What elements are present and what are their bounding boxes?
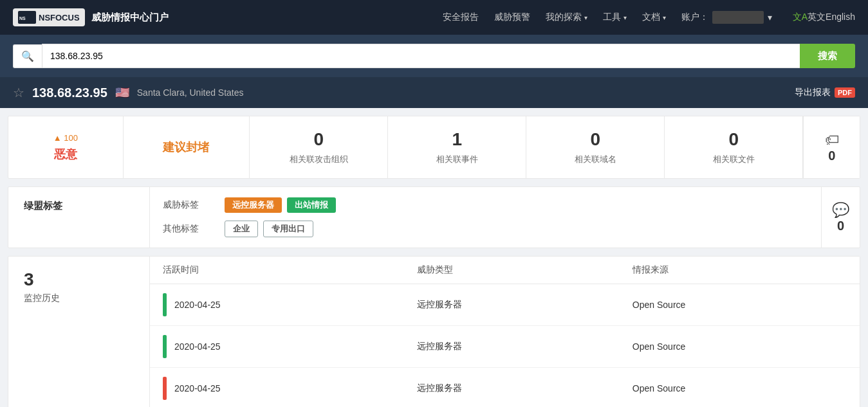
export-label: 导出报表 — [795, 87, 831, 98]
ip-address: 138.68.23.95 — [32, 86, 107, 100]
logo-box: NS NSFOCUS — [13, 8, 85, 26]
date-cell-0: 2020-04-25 — [150, 284, 404, 326]
ip-location: Santa Clara, United States — [137, 87, 244, 98]
tags-main: 威胁标签 远控服务器 出站情报 其他标签 企业 专用出口 — [150, 187, 821, 248]
warning-icon: ▲ 100 — [53, 133, 78, 143]
stat-related-domains: 0 相关联域名 — [526, 116, 665, 178]
stat-blocked: 建议封堵 — [124, 116, 250, 178]
ip-header-left: ☆ 138.68.23.95 🇺🇸 Santa Clara, United St… — [13, 85, 244, 100]
table-row: 2020-04-25 远控服务器 Open Source — [150, 326, 860, 368]
tag-remote-control[interactable]: 远控服务器 — [225, 197, 282, 213]
stats-row: ▲ 100 恶意 建议封堵 0 相关联攻击组织 1 相关联事件 0 相关联域名 … — [8, 116, 860, 179]
chevron-down-icon: ▾ — [623, 14, 627, 21]
tag-count-value: 0 — [828, 149, 835, 163]
logo-text: NSFOCUS — [39, 13, 80, 23]
related-events-value: 1 — [452, 129, 463, 150]
nav-docs[interactable]: 文档 ▾ — [642, 12, 666, 23]
other-tag-badges: 企业 专用出口 — [225, 221, 313, 237]
monitor-section: 3 监控历史 活跃时间 威胁类型 情报来源 2020-04-25 — [8, 256, 860, 407]
threat-tags-row: 威胁标签 远控服务器 出站情报 — [163, 197, 808, 213]
related-domains-value: 0 — [591, 129, 601, 150]
tags-section-label: 绿盟标签 — [8, 187, 150, 248]
nav-threat-warning[interactable]: 威胁预警 — [494, 12, 530, 23]
source-cell-1: Open Source — [620, 326, 860, 368]
monitor-label: 监控历史 — [24, 293, 134, 304]
date-cell-2: 2020-04-25 — [150, 368, 404, 408]
nav-lang[interactable]: 文A英文English — [793, 12, 855, 23]
export-button[interactable]: 导出报表 PDF — [795, 87, 855, 98]
search-bar: 🔍 搜索 — [0, 35, 868, 77]
related-events-label: 相关联事件 — [436, 154, 478, 165]
chevron-down-icon: ▾ — [584, 14, 587, 21]
severity-bar-0 — [163, 293, 167, 316]
chevron-down-icon: ▾ — [768, 12, 772, 23]
nav-tools[interactable]: 工具 ▾ — [603, 12, 627, 23]
blocked-label: 建议封堵 — [163, 140, 209, 155]
favorite-icon[interactable]: ☆ — [13, 85, 24, 100]
date-value-1: 2020-04-25 — [174, 341, 221, 352]
monitor-count: 3 — [24, 269, 134, 290]
brand-title: 威胁情报中心门户 — [91, 12, 169, 24]
search-button[interactable]: 搜索 — [800, 44, 855, 68]
comment-count: 0 — [837, 219, 844, 233]
content-area: ▲ 100 恶意 建议封堵 0 相关联攻击组织 1 相关联事件 0 相关联域名 … — [0, 108, 868, 407]
stat-malicious: ▲ 100 恶意 — [8, 116, 124, 178]
tag-icon: 🏷 — [825, 132, 839, 149]
tag-enterprise[interactable]: 企业 — [225, 221, 258, 237]
tags-comment-cell: 💬 0 — [821, 187, 860, 248]
tag-count-cell: 🏷 0 — [803, 116, 860, 178]
comment-icon: 💬 — [832, 202, 849, 219]
col-source: 情报来源 — [620, 257, 860, 284]
date-cell-1: 2020-04-25 — [150, 326, 404, 368]
navbar: NS NSFOCUS 威胁情报中心门户 安全报告 威胁预警 我的探索 ▾ 工具 … — [0, 0, 868, 35]
monitor-table: 活跃时间 威胁类型 情报来源 2020-04-25 远控服务器 Open Sou… — [150, 257, 860, 407]
severity-bar-1 — [163, 335, 167, 358]
source-cell-0: Open Source — [620, 284, 860, 326]
table-row: 2020-04-25 远控服务器 Open Source — [150, 368, 860, 408]
tags-section: 绿盟标签 威胁标签 远控服务器 出站情报 其他标签 企业 专用出口 💬 0 — [8, 186, 860, 248]
nav-links: 安全报告 威胁预警 我的探索 ▾ 工具 ▾ 文档 ▾ 账户： ▾ 文A英文Eng… — [443, 11, 855, 24]
stat-related-files: 0 相关联文件 — [665, 116, 803, 178]
account-bar — [712, 11, 764, 24]
malicious-label: 恶意 — [54, 147, 77, 162]
related-orgs-label: 相关联攻击组织 — [290, 154, 348, 165]
search-icon: 🔍 — [13, 44, 42, 68]
date-value-0: 2020-04-25 — [174, 300, 221, 310]
threat-type-cell-2: 远控服务器 — [404, 368, 620, 408]
related-files-label: 相关联文件 — [713, 154, 755, 165]
pdf-icon: PDF — [835, 87, 855, 98]
table-row: 2020-04-25 远控服务器 Open Source — [150, 284, 860, 326]
stat-related-orgs: 0 相关联攻击组织 — [250, 116, 388, 178]
malicious-badge: ▲ 100 — [53, 133, 78, 143]
other-label: 其他标签 — [163, 223, 214, 235]
nav-account: 账户： ▾ — [681, 11, 772, 24]
col-active-time: 活跃时间 — [150, 257, 404, 284]
monitor-left: 3 监控历史 — [8, 257, 150, 407]
threat-label: 威胁标签 — [163, 199, 214, 211]
search-input[interactable] — [42, 44, 800, 68]
brand: NS NSFOCUS 威胁情报中心门户 — [13, 8, 169, 26]
related-files-value: 0 — [729, 129, 739, 150]
threat-type-cell-0: 远控服务器 — [404, 284, 620, 326]
other-tags-row: 其他标签 企业 专用出口 — [163, 221, 808, 237]
severity-bar-2 — [163, 377, 167, 400]
threat-type-cell-1: 远控服务器 — [404, 326, 620, 368]
tag-dedicated-exit[interactable]: 专用出口 — [263, 221, 313, 237]
nav-my-explore[interactable]: 我的探索 ▾ — [546, 12, 587, 23]
related-orgs-value: 0 — [314, 129, 324, 150]
svg-text:NS: NS — [19, 16, 26, 21]
account-label: 账户： — [681, 12, 708, 23]
chevron-down-icon: ▾ — [663, 14, 666, 21]
ip-header: ☆ 138.68.23.95 🇺🇸 Santa Clara, United St… — [0, 77, 868, 108]
source-cell-2: Open Source — [620, 368, 860, 408]
date-value-2: 2020-04-25 — [174, 383, 221, 393]
threat-tag-badges: 远控服务器 出站情报 — [225, 197, 336, 213]
stat-related-events: 1 相关联事件 — [388, 116, 526, 178]
tag-outbound-intel[interactable]: 出站情报 — [287, 197, 336, 213]
col-threat-type: 威胁类型 — [404, 257, 620, 284]
flag-icon: 🇺🇸 — [115, 86, 129, 100]
logo-icon: NS — [18, 11, 36, 24]
nav-security-report[interactable]: 安全报告 — [443, 12, 479, 23]
related-domains-label: 相关联域名 — [575, 154, 616, 165]
